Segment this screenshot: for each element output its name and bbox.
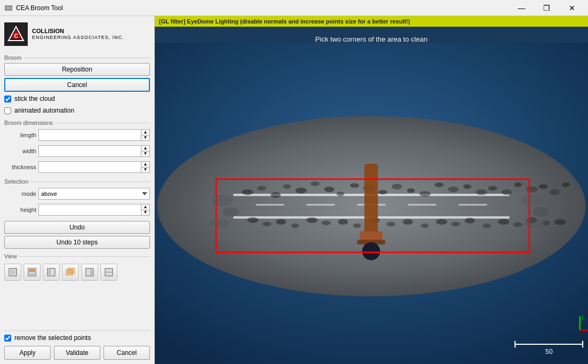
- svg-point-55: [291, 224, 299, 228]
- selection-section-label: Selection: [4, 178, 150, 185]
- left-panel: C COLLISION ENGINEERING ASSOCIATES, INC.…: [0, 16, 155, 364]
- svg-point-58: [338, 219, 348, 225]
- svg-point-83: [525, 218, 545, 228]
- top-view-button[interactable]: [23, 264, 41, 281]
- cancel-footer-button[interactable]: Cancel: [104, 346, 150, 360]
- svg-point-43: [463, 184, 471, 188]
- svg-point-54: [276, 219, 287, 225]
- apply-button[interactable]: Apply: [4, 346, 51, 360]
- stick-to-cloud-checkbox[interactable]: [4, 96, 11, 102]
- minimize-button[interactable]: —: [510, 0, 534, 16]
- broom-dimensions-section-label: Broom dimensions: [4, 120, 150, 126]
- svg-point-27: [242, 189, 253, 195]
- close-button[interactable]: ✕: [560, 0, 584, 16]
- right-panel[interactable]: [GL filter] EyeDome Lighting (disable no…: [155, 16, 588, 364]
- reposition-button[interactable]: Reposition: [4, 63, 150, 76]
- title-bar: CEA Broom Tool — ❐ ✕: [0, 0, 588, 16]
- right-view-icon: [84, 267, 95, 278]
- thickness-row: thickness 5.0% ▲ ▼: [4, 161, 150, 173]
- height-arrows: ▲ ▼: [141, 204, 149, 215]
- thickness-spinbox: 5.0% ▲ ▼: [38, 161, 150, 173]
- perspective-view-button[interactable]: [62, 264, 79, 281]
- app-icon: [4, 4, 13, 12]
- svg-point-65: [451, 222, 460, 226]
- svg-point-40: [419, 191, 431, 197]
- svg-point-46: [502, 189, 512, 195]
- svg-point-34: [337, 192, 345, 196]
- right-view-button[interactable]: [81, 264, 98, 281]
- svg-point-59: [353, 224, 361, 228]
- gl-filter-bar: [GL filter] EyeDome Lighting (disable no…: [155, 16, 588, 27]
- svg-point-44: [475, 189, 487, 195]
- animated-automation-checkbox[interactable]: [4, 107, 11, 114]
- svg-rect-73: [364, 164, 378, 237]
- width-input[interactable]: 20.0%: [39, 146, 141, 156]
- svg-point-80: [209, 218, 229, 228]
- app-container: C COLLISION ENGINEERING ASSOCIATES, INC.…: [0, 16, 588, 364]
- svg-point-45: [488, 186, 497, 190]
- restore-button[interactable]: ❐: [535, 0, 559, 16]
- width-spinbox: 20.0% ▲ ▼: [38, 145, 150, 157]
- left-view-button[interactable]: [43, 264, 60, 281]
- height-down-btn[interactable]: ▼: [141, 210, 149, 216]
- thickness-input[interactable]: 5.0%: [39, 162, 141, 172]
- back-view-icon: [104, 267, 114, 278]
- length-input[interactable]: 23.345: [39, 130, 141, 140]
- svg-text:L: L: [582, 314, 585, 320]
- svg-point-49: [539, 184, 548, 188]
- svg-rect-11: [49, 270, 51, 275]
- top-view-icon: [27, 267, 37, 278]
- width-up-btn[interactable]: ▲: [141, 146, 149, 151]
- svg-point-69: [513, 223, 522, 227]
- svg-point-76: [362, 242, 380, 260]
- svg-text:50: 50: [545, 348, 553, 355]
- svg-point-29: [271, 192, 281, 198]
- thickness-up-btn[interactable]: ▲: [141, 162, 149, 167]
- svg-point-78: [211, 195, 233, 206]
- cancel-broom-button[interactable]: Cancel: [4, 78, 150, 92]
- height-spinbox: 23.345 ▲ ▼: [38, 204, 150, 216]
- left-view-icon: [46, 267, 57, 278]
- svg-point-57: [322, 221, 331, 225]
- svg-point-79: [222, 207, 239, 216]
- svg-point-31: [295, 187, 306, 193]
- back-view-button[interactable]: [100, 264, 117, 281]
- height-up-btn[interactable]: ▲: [141, 204, 149, 210]
- company-sub: ENGINEERING ASSOCIATES, INC.: [32, 35, 124, 41]
- height-input[interactable]: 23.345: [39, 204, 141, 215]
- undo-10-button[interactable]: Undo 10 steps: [4, 236, 150, 249]
- svg-point-72: [554, 219, 566, 225]
- window-controls: — ❐ ✕: [510, 0, 584, 16]
- remove-selected-checkbox[interactable]: [4, 335, 11, 342]
- svg-point-53: [263, 222, 272, 226]
- svg-point-35: [350, 183, 359, 187]
- length-down-btn[interactable]: ▼: [141, 135, 149, 141]
- perspective-view-icon: [65, 267, 76, 278]
- svg-point-48: [526, 186, 537, 192]
- width-label: width: [4, 148, 36, 154]
- undo-button[interactable]: Undo: [4, 221, 150, 234]
- mode-select[interactable]: above below between: [38, 188, 150, 200]
- view-section-label: View: [4, 253, 150, 259]
- viewport-3d[interactable]: 50 L: [155, 43, 588, 364]
- svg-point-64: [436, 219, 447, 225]
- front-view-button[interactable]: [4, 264, 21, 281]
- width-down-btn[interactable]: ▼: [141, 151, 149, 157]
- svg-point-37: [378, 190, 387, 194]
- svg-point-47: [514, 183, 522, 187]
- stick-to-cloud-label: stick the cloud: [14, 95, 55, 102]
- footer-buttons: Apply Validate Cancel: [4, 346, 150, 360]
- animated-automation-row: animated automation: [4, 106, 150, 115]
- svg-point-39: [407, 188, 415, 192]
- thickness-label: thickness: [4, 164, 36, 170]
- svg-point-32: [311, 181, 320, 186]
- svg-point-28: [257, 186, 266, 190]
- thickness-down-btn[interactable]: ▼: [141, 167, 149, 173]
- height-row: height 23.345 ▲ ▼: [4, 204, 150, 216]
- length-up-btn[interactable]: ▲: [141, 130, 149, 135]
- svg-point-56: [307, 217, 318, 223]
- svg-point-30: [283, 184, 291, 188]
- window-title: CEA Broom Tool: [16, 4, 510, 12]
- validate-button[interactable]: Validate: [54, 346, 100, 360]
- mode-label: mode: [4, 191, 36, 197]
